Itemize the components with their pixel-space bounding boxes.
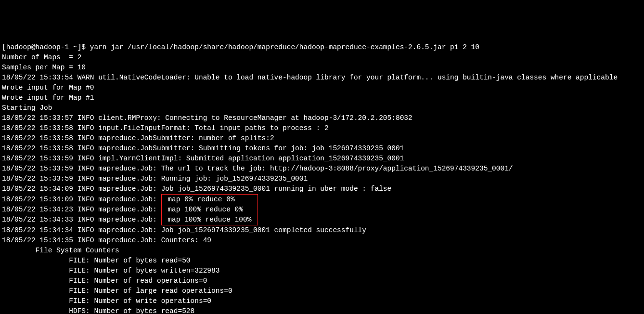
log-line-progress: 18/05/22 15:34:33 INFO mapreduce.Job: ma… [2, 215, 642, 225]
log-line-progress: 18/05/22 15:34:23 INFO mapreduce.Job: ma… [2, 205, 642, 215]
log-line: FILE: Number of large read operations=0 [2, 286, 642, 296]
log-line: Starting Job [2, 103, 642, 113]
log-prefix: 18/05/22 15:34:33 INFO mapreduce.Job: [2, 216, 161, 223]
log-line: 18/05/22 15:33:59 INFO mapreduce.Job: Ru… [2, 174, 642, 184]
log-line: 18/05/22 15:33:58 INFO input.FileInputFo… [2, 123, 642, 133]
log-line-progress: 18/05/22 15:34:09 INFO mapreduce.Job: ma… [2, 194, 642, 205]
log-line: FILE: Number of write operations=0 [2, 296, 642, 306]
terminal-output[interactable]: [hadoop@hadoop-1 ~]$ yarn jar /usr/local… [2, 42, 642, 314]
log-line: File System Counters [2, 246, 642, 256]
log-line: Wrote input for Map #0 [2, 83, 642, 93]
log-prefix: 18/05/22 15:34:09 INFO mapreduce.Job: [2, 196, 161, 203]
command-prompt-line: [hadoop@hadoop-1 ~]$ yarn jar /usr/local… [2, 42, 642, 52]
log-line: FILE: Number of read operations=0 [2, 276, 642, 286]
log-line: HDFS: Number of bytes read=528 [2, 306, 642, 314]
log-line: FILE: Number of bytes read=50 [2, 256, 642, 266]
log-line: 18/05/22 15:33:58 INFO mapreduce.JobSubm… [2, 144, 642, 154]
log-line: 18/05/22 15:33:59 INFO impl.YarnClientIm… [2, 154, 642, 164]
log-line: Samples per Map = 10 [2, 63, 642, 73]
log-line: 18/05/22 15:34:09 INFO mapreduce.Job: Jo… [2, 184, 642, 194]
log-line: Number of Maps = 2 [2, 52, 642, 63]
log-line: 18/05/22 15:33:57 INFO client.RMProxy: C… [2, 113, 642, 123]
highlighted-progress: map 0% reduce 0% [161, 194, 258, 205]
highlighted-progress: map 100% reduce 0% [161, 205, 258, 215]
log-line: FILE: Number of bytes written=322983 [2, 266, 642, 276]
log-line: 18/05/22 15:34:35 INFO mapreduce.Job: Co… [2, 236, 642, 246]
highlighted-progress: map 100% reduce 100% [161, 215, 258, 225]
log-line: 18/05/22 15:33:59 INFO mapreduce.Job: Th… [2, 164, 642, 174]
log-line: 18/05/22 15:33:54 WARN util.NativeCodeLo… [2, 73, 642, 83]
log-line: Wrote input for Map #1 [2, 93, 642, 103]
log-prefix: 18/05/22 15:34:23 INFO mapreduce.Job: [2, 206, 161, 213]
log-line: 18/05/22 15:34:34 INFO mapreduce.Job: Jo… [2, 225, 642, 236]
log-line: 18/05/22 15:33:58 INFO mapreduce.JobSubm… [2, 133, 642, 144]
